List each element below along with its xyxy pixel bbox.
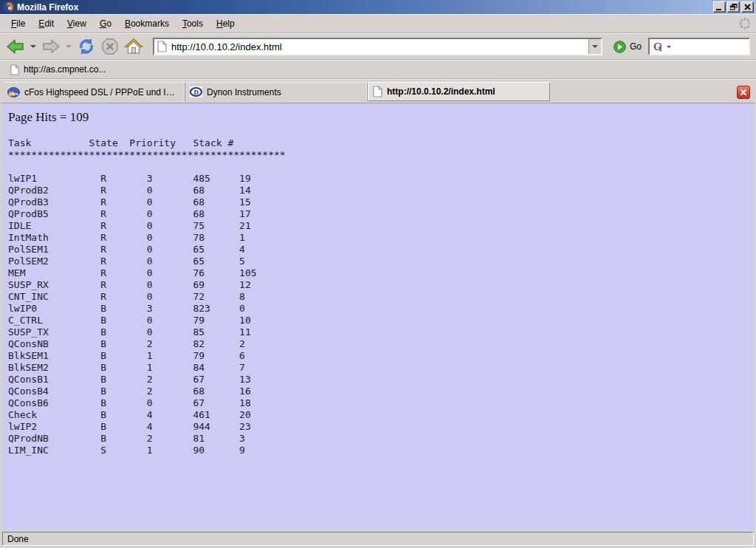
home-button[interactable] bbox=[123, 36, 145, 57]
menu-tools[interactable]: Tools bbox=[176, 16, 210, 31]
url-dropdown-button[interactable] bbox=[588, 39, 601, 54]
menu-edit[interactable]: Edit bbox=[32, 16, 61, 31]
menu-file[interactable]: File bbox=[4, 16, 32, 31]
url-bar[interactable]: http://10.0.10.2/index.html bbox=[153, 38, 602, 55]
go-icon bbox=[614, 41, 626, 53]
svg-text:cfos: cfos bbox=[9, 92, 18, 96]
menu-bookmarks[interactable]: Bookmarks bbox=[118, 16, 176, 31]
tab-label: Dynon Instruments bbox=[207, 87, 281, 97]
svg-text:D: D bbox=[194, 89, 199, 96]
search-input[interactable]: G bbox=[648, 38, 750, 55]
tab-label: http://10.0.10.2/index.html bbox=[387, 86, 495, 97]
restore-button[interactable] bbox=[727, 1, 740, 13]
search-engine-dropdown-icon[interactable] bbox=[667, 46, 671, 48]
cfos-icon: cfos bbox=[7, 86, 20, 97]
minimize-button[interactable] bbox=[713, 1, 726, 13]
go-label: Go bbox=[630, 41, 642, 52]
stop-button[interactable] bbox=[100, 36, 120, 57]
status-bar: Done bbox=[0, 530, 756, 548]
forward-dropdown-icon[interactable] bbox=[66, 45, 72, 48]
menu-go[interactable]: Go bbox=[93, 16, 118, 31]
page-hits-text: Page Hits = 109 bbox=[8, 110, 754, 125]
bookmarks-toolbar: http://as.cmpnet.co... bbox=[0, 60, 756, 79]
browser-window: Mozilla Firefox File Edit View Go Book bbox=[0, 0, 756, 548]
back-button[interactable] bbox=[4, 37, 27, 56]
tab-strip: cfos cFos Highspeed DSL / PPPoE und ISDN… bbox=[0, 79, 756, 103]
titlebar: Mozilla Firefox bbox=[0, 0, 756, 14]
tab-cfos[interactable]: cfos cFos Highspeed DSL / PPPoE und ISDN… bbox=[3, 82, 185, 101]
status-panel: Done bbox=[2, 532, 754, 546]
back-dropdown-icon[interactable] bbox=[30, 45, 36, 48]
tab-dynon[interactable]: D Dynon Instruments bbox=[185, 82, 368, 101]
status-text: Done bbox=[7, 534, 29, 544]
throbber-icon bbox=[738, 17, 752, 30]
window-title: Mozilla Firefox bbox=[17, 2, 713, 13]
firefox-icon bbox=[3, 1, 14, 13]
menu-help[interactable]: Help bbox=[210, 16, 241, 31]
page-content: Page Hits = 109 Task State Priority Stac… bbox=[0, 103, 756, 530]
tab-label: cFos Highspeed DSL / PPPoE und ISDN CAP.… bbox=[24, 87, 180, 97]
menubar: File Edit View Go Bookmarks Tools Help bbox=[0, 14, 756, 33]
bookmark-label: http://as.cmpnet.co... bbox=[24, 64, 106, 75]
google-icon: G bbox=[652, 41, 664, 53]
close-tab-button[interactable] bbox=[737, 86, 750, 99]
page-icon bbox=[157, 41, 167, 52]
page-icon bbox=[373, 86, 382, 97]
forward-button[interactable] bbox=[40, 37, 62, 56]
dynon-icon: D bbox=[190, 86, 202, 97]
go-button[interactable]: Go bbox=[609, 41, 646, 53]
navigation-toolbar: http://10.0.10.2/index.html Go G bbox=[0, 33, 756, 60]
url-text[interactable]: http://10.0.10.2/index.html bbox=[171, 41, 588, 52]
menu-view[interactable]: View bbox=[61, 16, 93, 31]
reload-button[interactable] bbox=[75, 36, 97, 57]
task-table: Task State Priority Stack # ************… bbox=[8, 137, 754, 456]
close-button[interactable] bbox=[741, 1, 754, 13]
page-icon bbox=[10, 64, 19, 75]
tab-index-html[interactable]: http://10.0.10.2/index.html bbox=[368, 82, 550, 101]
bookmark-item[interactable]: http://as.cmpnet.co... bbox=[6, 63, 110, 77]
